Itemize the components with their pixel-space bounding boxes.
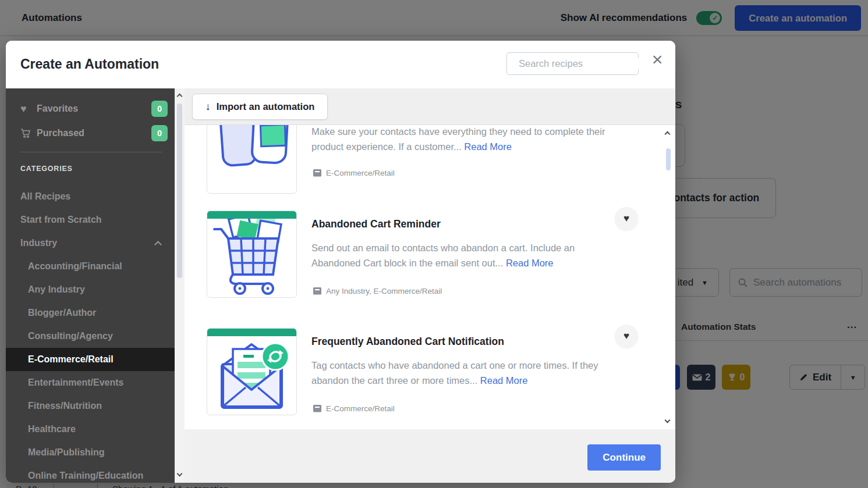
modal-title: Create an Automation: [20, 56, 159, 72]
sidebar-item-consulting-agency[interactable]: Consulting/Agency: [6, 325, 175, 348]
scroll-down-icon[interactable]: [176, 471, 183, 477]
sidebar-item-accounting-financial[interactable]: Accounting/Financial: [6, 255, 175, 278]
sidebar-item-ecommerce-retail[interactable]: E-Commerce/Retail: [6, 348, 175, 371]
tag-icon: [313, 405, 321, 412]
read-more-link[interactable]: Read More: [480, 375, 528, 386]
import-automation-button[interactable]: ↓ Import an automation: [192, 94, 328, 120]
scroll-up-icon[interactable]: [663, 130, 671, 138]
cart-illustration: [207, 219, 296, 297]
sidebar-item-favorites[interactable]: ♥ Favorites 0: [6, 97, 175, 120]
sidebar-item-entertainment-events[interactable]: Entertainment/Events: [6, 371, 175, 394]
import-automation-label: Import an automation: [217, 101, 315, 112]
heart-icon: ♥: [20, 103, 34, 115]
recipe-description-line: Tag contacts who have abandoned a cart o…: [311, 360, 643, 371]
sidebar-item-blogger-author[interactable]: Blogger/Author: [6, 301, 175, 325]
favorites-label: Favorites: [37, 104, 78, 114]
recipe-description-line: Abandoned Cart block in the email sent o…: [311, 258, 643, 269]
recipe-tags: Any Industry, E-Commerce/Retail: [313, 287, 442, 295]
search-recipes-input[interactable]: [519, 58, 647, 69]
sidebar-item-fitness-nutrition[interactable]: Fitness/Nutrition: [6, 394, 175, 418]
modal-footer: Continue: [185, 429, 675, 483]
sidebar-scrollbar: [175, 88, 185, 483]
sidebar-item-healthcare[interactable]: Healthcare: [6, 418, 175, 441]
envelope-refresh-illustration: [207, 336, 296, 415]
list-scrollbar-thumb[interactable]: [666, 148, 671, 170]
recipe-tags: E-Commerce/Retail: [313, 404, 395, 413]
read-more-link[interactable]: Read More: [506, 258, 554, 268]
modal-body: ♥ Favorites 0 Purchased 0 CATEGORIES All…: [6, 88, 675, 483]
product-illustration: [207, 125, 296, 193]
sidebar-item-media-publishing[interactable]: Media/Publishing: [6, 441, 175, 464]
recipe-tags: E-Commerce/Retail: [313, 169, 395, 177]
tag-icon: [313, 169, 321, 177]
create-automation-modal: Create an Automation × ♥ Favorites 0: [6, 41, 675, 483]
tag-icon: [313, 287, 321, 295]
thumbnail-header-bar: [207, 211, 296, 219]
sidebar-item-any-industry[interactable]: Any Industry: [6, 278, 175, 301]
recipe-title[interactable]: Abandoned Cart Reminder: [311, 218, 441, 230]
scroll-down-icon[interactable]: [663, 416, 671, 424]
purchased-label: Purchased: [37, 128, 84, 138]
recipe-thumbnail-product-experience[interactable]: [207, 125, 297, 194]
cart-icon: [20, 129, 34, 138]
recipe-thumbnail-abandoned-cart[interactable]: [207, 211, 297, 298]
favorites-count-badge: 0: [151, 101, 168, 117]
sidebar-item-industry[interactable]: Industry: [6, 231, 175, 255]
read-more-link[interactable]: Read More: [464, 141, 512, 152]
modal-header: Create an Automation ×: [6, 41, 675, 88]
page: Automations Show AI recommendations ✓ Cr…: [0, 0, 868, 488]
recipe-description-line: product experience. If a customer... Rea…: [311, 141, 643, 152]
scroll-up-icon[interactable]: [176, 93, 183, 99]
sidebar-divider: [20, 152, 162, 152]
recipe-description-line: abandon the cart three or more times... …: [311, 375, 643, 386]
download-arrow-icon: ↓: [206, 101, 211, 113]
recipe-thumbnail-frequently-abandoned[interactable]: [207, 328, 297, 415]
favorite-heart-button[interactable]: ♥: [615, 207, 638, 230]
search-recipes-box: [506, 52, 639, 75]
chevron-up-icon: [154, 241, 162, 248]
purchased-count-badge: 0: [151, 125, 168, 141]
sidebar-item-start-from-scratch[interactable]: Start from Scratch: [6, 208, 175, 231]
close-icon[interactable]: ×: [647, 49, 668, 70]
recipe-description-line: Make sure your contacts have everything …: [311, 126, 643, 137]
recipe-title[interactable]: Frequently Abandoned Cart Notification: [311, 336, 504, 348]
favorite-heart-button[interactable]: ♥: [615, 325, 638, 348]
recipe-list: Make sure your contacts have everything …: [185, 125, 675, 429]
industry-label: Industry: [20, 238, 57, 248]
sidebar-item-all-recipes[interactable]: All Recipes: [6, 185, 175, 208]
recipe-content: ↓ Import an automation Make sure your co…: [185, 88, 675, 483]
recipe-toolbar: ↓ Import an automation: [185, 88, 675, 125]
categories-header: CATEGORIES: [20, 165, 73, 173]
sidebar-item-online-training-education[interactable]: Online Training/Education: [6, 464, 175, 483]
sidebar-item-purchased[interactable]: Purchased 0: [6, 122, 175, 145]
continue-button[interactable]: Continue: [587, 444, 661, 471]
recipe-sidebar: ♥ Favorites 0 Purchased 0 CATEGORIES All…: [6, 88, 175, 483]
sidebar-scrollbar-thumb[interactable]: [177, 104, 182, 278]
thumbnail-header-bar: [207, 329, 296, 336]
recipe-description-line: Send out an email to contacts who abando…: [311, 243, 643, 254]
